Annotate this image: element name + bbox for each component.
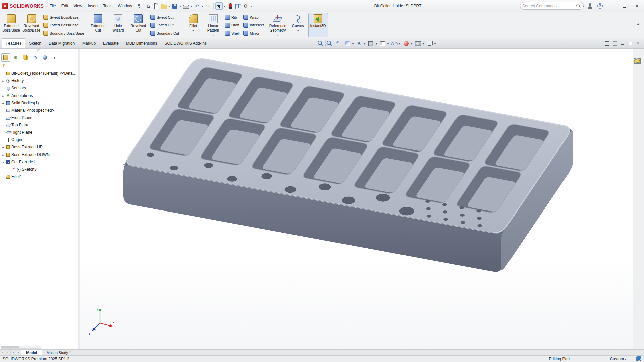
instant3d-button[interactable]: Instant3D (308, 13, 328, 37)
menu-insert[interactable]: Insert (85, 3, 100, 9)
display-manager-tab-icon[interactable] (40, 53, 49, 62)
boundary-boss-base-button[interactable]: Boundary Boss/Base (42, 29, 86, 37)
collapse-arrow-icon[interactable] (1, 160, 5, 164)
help-icon[interactable] (596, 2, 604, 10)
select-tool-icon[interactable] (215, 2, 223, 10)
tree-item-history[interactable]: History (0, 77, 78, 84)
extruded-boss-base-button[interactable]: Extruded Boss/Base (1, 13, 21, 37)
tab-mbd-dimensions[interactable]: MBD Dimensions (122, 38, 161, 48)
annotation-views-button[interactable] (355, 40, 366, 47)
chevron-down-icon[interactable] (352, 41, 354, 46)
feature-manager-tab-icon[interactable] (1, 53, 10, 62)
swept-cut-button[interactable]: Swept Cut (149, 14, 181, 21)
expand-arrow-icon[interactable] (1, 101, 5, 105)
chevron-down-icon[interactable] (297, 28, 299, 31)
zoom-to-area-button[interactable] (325, 40, 333, 47)
chevron-down-icon[interactable] (375, 41, 378, 46)
apply-scene-button[interactable] (414, 40, 425, 47)
expand-arrow-icon[interactable] (1, 145, 5, 149)
chevron-down-icon[interactable] (250, 4, 253, 8)
chevron-down-icon[interactable] (398, 41, 401, 46)
search-dropdown-icon[interactable] (582, 4, 585, 8)
shell-button[interactable]: Shell (223, 29, 241, 37)
tree-item-cut-extrude1[interactable]: Cut-Extrude1 (0, 158, 78, 166)
previous-view-button[interactable] (334, 40, 342, 47)
chevron-down-icon[interactable] (168, 4, 171, 8)
search-commands-input[interactable] (522, 4, 574, 8)
tab-markup[interactable]: Markup (78, 38, 99, 48)
mirror-button[interactable]: Mirror (241, 29, 265, 37)
tree-item-boss-extrude-down[interactable]: Boss-Extrude-DOWN (0, 151, 78, 158)
panel-scrollbar[interactable] (1, 346, 41, 349)
units-dropdown[interactable]: Custom (610, 357, 626, 361)
tab-evaluate[interactable]: Evaluate (99, 38, 122, 48)
tree-item-right-plane[interactable]: Right Plane (0, 129, 78, 136)
graphics-area[interactable]: y x z (80, 49, 633, 349)
property-manager-tab-icon[interactable] (11, 53, 20, 62)
tree-item-sketch3[interactable]: (-) Sketch3 (0, 166, 78, 173)
draft-button[interactable]: Draft (223, 22, 241, 29)
home-icon[interactable] (145, 2, 152, 10)
swept-boss-base-button[interactable]: Swept Boss/Base (42, 14, 86, 21)
menu-tools[interactable]: Tools (101, 3, 115, 9)
open-document-icon[interactable] (160, 2, 167, 10)
restore-button[interactable] (619, 2, 629, 10)
linear-pattern-button[interactable]: Linear Pattern (203, 13, 223, 37)
panel-collapse-handle[interactable] (37, 49, 40, 52)
hide-show-items-button[interactable] (390, 40, 401, 47)
configuration-manager-tab-icon[interactable] (21, 53, 30, 62)
revolved-boss-base-button[interactable]: Revolved Boss/Base (21, 13, 41, 37)
search-icon[interactable] (576, 3, 581, 9)
restore-document-button[interactable] (627, 40, 634, 46)
last-tab-button[interactable] (16, 350, 21, 355)
view-settings-button[interactable] (425, 40, 436, 47)
expand-arrow-icon[interactable] (1, 78, 5, 83)
curves-button[interactable]: Curves (288, 13, 308, 37)
dimxpert-manager-tab-icon[interactable] (31, 53, 40, 62)
tree-item-top-plane[interactable]: Top Plane (0, 121, 78, 129)
new-document-icon[interactable] (152, 2, 160, 10)
close-button[interactable] (632, 2, 642, 10)
print-icon[interactable] (182, 2, 190, 10)
tab-sketch[interactable]: Sketch (25, 38, 45, 48)
close-document-button[interactable] (635, 40, 641, 46)
tree-item-fillet1[interactable]: Fillet1 (0, 173, 78, 180)
tree-item-sensors[interactable]: Sensors (0, 84, 78, 92)
menu-window[interactable]: Window (115, 3, 135, 9)
section-view-button[interactable] (343, 40, 354, 47)
selection-filter-icon[interactable] (226, 2, 234, 10)
filter-icon[interactable] (2, 63, 6, 68)
tab-solidworks-add-ins[interactable]: SOLIDWORKS Add-Ins (161, 38, 210, 48)
web-help-icon[interactable] (636, 356, 641, 361)
revolved-cut-button[interactable]: Revolved Cut (128, 13, 148, 37)
lofted-boss-base-button[interactable]: Lofted Boss/Base (42, 22, 86, 29)
zoom-to-fit-button[interactable] (316, 40, 324, 47)
model-3d[interactable] (80, 49, 633, 349)
rib-button[interactable]: Rib (223, 14, 241, 21)
tree-item-material[interactable]: Material <not specified> (0, 107, 78, 114)
next-tab-button[interactable] (11, 350, 16, 355)
tree-item-boss-extrude-up[interactable]: Boss-Extrude-UP (0, 143, 78, 151)
extruded-cut-button[interactable]: Extruded Cut (88, 13, 108, 37)
panel-splitter[interactable] (78, 49, 80, 349)
edit-appearance-button[interactable] (402, 40, 413, 47)
chevron-down-icon[interactable] (179, 4, 182, 8)
tree-item-annotations[interactable]: Annotations (0, 92, 78, 99)
lofted-cut-button[interactable]: Lofted Cut (149, 22, 181, 29)
chevron-down-icon[interactable] (277, 33, 278, 35)
rollback-bar[interactable] (1, 182, 77, 182)
chevron-down-icon[interactable] (212, 33, 214, 35)
undo-icon[interactable] (193, 2, 201, 10)
chevron-down-icon[interactable] (117, 33, 119, 35)
first-tab-button[interactable] (0, 350, 5, 355)
dock-pane-icon[interactable] (604, 40, 610, 46)
chevron-down-icon[interactable] (422, 41, 425, 46)
ribbon-collapse-button[interactable] (636, 23, 641, 26)
previous-tab-button[interactable] (5, 350, 11, 355)
tab-motion-study-1[interactable]: Motion Study 1 (42, 350, 76, 355)
chevron-down-icon[interactable] (363, 41, 366, 46)
tab-features[interactable]: Features (2, 38, 25, 48)
chevron-down-icon[interactable] (190, 4, 193, 8)
tab-data-migration[interactable]: Data Migration (45, 38, 78, 48)
expand-arrow-icon[interactable] (1, 152, 5, 157)
